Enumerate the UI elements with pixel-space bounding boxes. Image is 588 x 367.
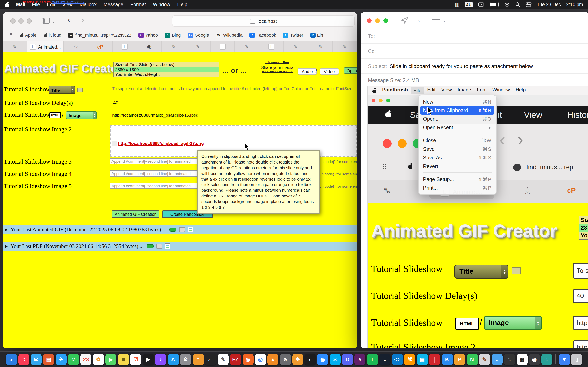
dock-terminal[interactable]: ›_ [205, 354, 216, 365]
video-button[interactable]: Video [320, 68, 339, 75]
dock-preview[interactable]: ○ [492, 354, 502, 365]
dock-docker[interactable]: ▣ [417, 354, 428, 365]
delay-value[interactable]: 40 [113, 100, 118, 105]
browser-tab[interactable]: L [113, 41, 137, 52]
to-field[interactable]: To: [361, 29, 588, 44]
dock-tv[interactable]: ▶ [143, 354, 154, 365]
dock-obs[interactable]: ◐ [305, 354, 316, 365]
dock-trash[interactable]: ▯ [571, 354, 582, 365]
dock-gimp[interactable]: ☻ [280, 354, 291, 365]
send-icon[interactable] [401, 16, 408, 24]
dock-app-store[interactable]: A [168, 354, 179, 365]
button-chip-icon[interactable] [179, 227, 185, 232]
format-chevron-icon[interactable]: ⌄ [443, 17, 446, 23]
menu-clock[interactable]: Tue 23 Dec 12:10 pm [537, 2, 583, 7]
menu-item-close[interactable]: Close⌘W [419, 136, 496, 145]
browser-tab[interactable]: ✎ [235, 41, 259, 52]
animated-gif-creation-button[interactable]: Animated GIF Creation [112, 210, 159, 218]
dock-blender[interactable]: ❖ [292, 354, 303, 365]
button-chip-icon[interactable] [156, 244, 162, 249]
favorite-find-minus-rep-22s-22[interactable]: ●find_minus....rep+%22s%22 [68, 33, 131, 38]
dock-paintbrush[interactable]: ✎ [479, 354, 490, 365]
back-button[interactable]: ‹ [67, 14, 70, 25]
status-pill-icon[interactable] [147, 244, 154, 248]
dock-code[interactable]: <> [392, 354, 403, 365]
browser-tab[interactable]: L [259, 41, 284, 52]
favorite-grid[interactable]: ⠿ [9, 33, 13, 38]
dock-sublime[interactable]: ⌘ [404, 354, 415, 365]
dock-skype[interactable]: S [329, 354, 341, 365]
dock-numbers[interactable]: N [467, 354, 477, 365]
last-animated-gif-bar[interactable]: ▶Your Last Animated GIF (December 22 202… [3, 225, 357, 234]
cc-field[interactable]: Cc: [361, 44, 588, 59]
menu-item-open[interactable]: Open...⌘O [419, 115, 496, 123]
minimize-button[interactable] [18, 18, 24, 24]
dock-reminders[interactable]: ☑ [130, 354, 141, 365]
browser-tab[interactable]: ✎ [308, 41, 333, 52]
favorite-yahoo[interactable]: Y!Yahoo [138, 33, 158, 38]
dock-safari[interactable]: ✈ [56, 354, 67, 365]
browser-tab[interactable]: ✎ [3, 41, 27, 52]
battery-icon[interactable] [489, 2, 498, 7]
browser-tab[interactable]: ✎ [162, 41, 186, 52]
dock-podcasts[interactable]: ♪ [155, 354, 166, 365]
dock-activity-monitor[interactable]: ≈ [504, 354, 515, 365]
dock-vlc[interactable]: ▲ [267, 354, 278, 365]
menu-item-new[interactable]: New⌘N [419, 98, 496, 106]
send-options-chevron-icon[interactable]: ⌄ [417, 17, 421, 23]
menu-format[interactable]: Format [130, 2, 146, 7]
menu-item-print[interactable]: Print...⌘P [419, 184, 496, 192]
zoom-button[interactable] [383, 18, 388, 23]
tab-animated-active[interactable]: LAnimated... [27, 41, 64, 52]
dock-filezilla[interactable]: FZ [230, 354, 241, 365]
menu-help[interactable]: Help [177, 2, 187, 7]
favorite-apple[interactable]: Apple [20, 33, 36, 38]
dock-messages[interactable]: ☺ [68, 354, 79, 365]
dock-firefox[interactable]: ◉ [242, 354, 253, 365]
title-select[interactable]: Title ▲▼ [49, 86, 75, 94]
dock-books[interactable]: ▤ [43, 354, 54, 365]
minimize-button[interactable] [375, 18, 380, 23]
close-button[interactable] [367, 18, 372, 23]
menu-item-save-as[interactable]: Save As...⇧⌘S [419, 153, 496, 162]
dock-downloads[interactable]: ▼ [559, 354, 570, 365]
address-bar[interactable]: localhost [172, 16, 355, 26]
format-bar-icon[interactable] [431, 17, 441, 25]
dock-slack[interactable]: # [355, 354, 365, 365]
screen-mirroring-icon[interactable] [478, 2, 484, 7]
favorite-facebook[interactable]: fFacebook [250, 33, 276, 38]
sidebar-chevron-icon[interactable]: ⌄ [52, 19, 55, 24]
attachment-screenshot[interactable]: PaintbrushFileEditViewImageFontWindowHel… [367, 86, 588, 348]
browser-tab[interactable]: cP [88, 41, 113, 52]
control-center-icon[interactable] [525, 2, 531, 7]
menu-window[interactable]: Window [153, 2, 170, 7]
sidebar-toggle-icon[interactable] [42, 17, 50, 24]
input-source-badge[interactable]: AU [465, 2, 473, 7]
browser-tab[interactable]: ✎ [186, 41, 210, 52]
disclosure-triangle-icon[interactable]: ▶ [5, 227, 8, 232]
disclosure-triangle-icon[interactable]: ▶ [5, 244, 8, 248]
menu-extra-icon[interactable]: ▥ [455, 2, 459, 7]
browser-tab[interactable]: ✎ [284, 41, 309, 52]
forward-button[interactable]: › [81, 14, 84, 25]
dock-settings[interactable]: ⚙ [180, 354, 191, 365]
status-pill-icon[interactable] [169, 227, 176, 232]
browser-tab[interactable]: L [210, 41, 235, 52]
zoom-button[interactable] [26, 18, 32, 24]
dock-keynote[interactable]: K [442, 354, 453, 365]
close-button[interactable] [10, 18, 16, 24]
dock-photos[interactable]: ✿ [93, 354, 104, 365]
dock-pages[interactable]: P [454, 354, 465, 365]
dock-mail[interactable]: ✉ [31, 354, 42, 365]
clipboard-url-link[interactable]: http://localhost:8888/clipboad_agif-17.p… [118, 141, 204, 146]
favorite-icloud[interactable]: iCloud [43, 33, 61, 38]
dock-calculator[interactable]: = [192, 354, 204, 365]
spotlight-search-icon[interactable] [515, 2, 520, 7]
dock-qr-app[interactable]: ▦ [516, 354, 527, 365]
image-select[interactable]: Image ▲▼ [66, 111, 97, 119]
dock-maps[interactable]: ▶ [105, 354, 116, 365]
subject-field[interactable]: Subject: Slide in clipboard ready for yo… [361, 59, 588, 74]
favorite-twitter[interactable]: tTwitter [283, 33, 303, 38]
dock-textedit[interactable]: ✎ [217, 354, 228, 365]
menu-message[interactable]: Message [104, 2, 123, 7]
